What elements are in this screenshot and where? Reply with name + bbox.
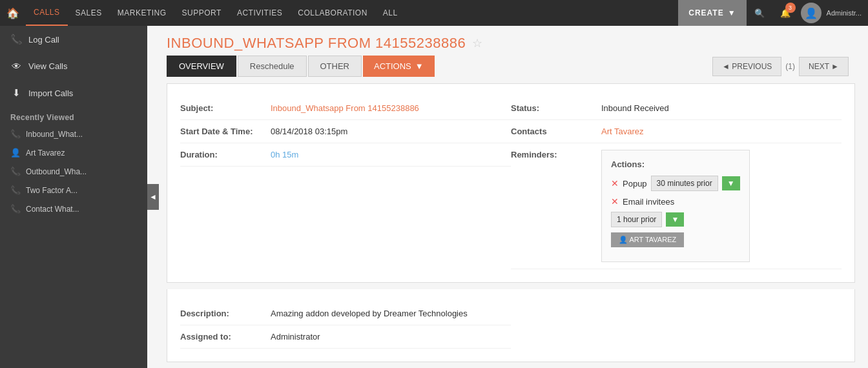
phone-icon: 📞 bbox=[10, 34, 22, 45]
top-navigation: 🏠 CALLS SALES MARKETING SUPPORT ACTIVITI… bbox=[0, 0, 868, 26]
nav-activities[interactable]: ACTIVITIES bbox=[229, 0, 290, 26]
recent-item-contact[interactable]: 📞 Contact What... ✏ bbox=[0, 199, 147, 218]
admin-label: Administr... bbox=[827, 9, 862, 17]
next-button[interactable]: NEXT ► bbox=[799, 57, 849, 76]
favorite-star-icon[interactable]: ☆ bbox=[472, 36, 482, 50]
contacts-label: Contacts bbox=[511, 127, 601, 136]
start-date-value: 08/14/2018 03:15pm bbox=[271, 127, 347, 136]
nav-all[interactable]: ALL bbox=[375, 0, 406, 26]
left-column: Subject: Inbound_Whatsapp From 141552388… bbox=[180, 97, 511, 269]
recently-viewed-header: Recently Viewed bbox=[0, 107, 147, 125]
notifications-button[interactable]: 🔔 3 bbox=[772, 0, 798, 26]
download-icon: ⬇ bbox=[10, 87, 22, 99]
detail-grid: Subject: Inbound_Whatsapp From 141552388… bbox=[180, 97, 842, 269]
navigation-controls: ◄ PREVIOUS (1) NEXT ► bbox=[712, 57, 849, 76]
reminders-label: Reminders: bbox=[511, 150, 601, 159]
user-avatar[interactable]: 👤 bbox=[798, 0, 824, 26]
phone-icon-recent4: 📞 bbox=[10, 204, 21, 214]
phone-icon-recent3: 📞 bbox=[10, 185, 21, 195]
sidebar-label-view-calls: View Calls bbox=[28, 61, 67, 71]
nav-calls[interactable]: CALLS bbox=[26, 0, 68, 26]
email-time-dropdown[interactable]: ▼ bbox=[666, 212, 684, 227]
recent-item-art[interactable]: 👤 Art Tavarez ✏ bbox=[0, 143, 147, 162]
avatar-row: 👤 ART TAVAREZ bbox=[611, 232, 740, 247]
phone-icon-recent: 📞 bbox=[10, 129, 21, 139]
popup-time-dropdown[interactable]: ▼ bbox=[722, 176, 740, 190]
description-value: Amazing addon developed by Dreamer Techn… bbox=[271, 309, 468, 318]
search-button[interactable]: 🔍 bbox=[747, 0, 772, 26]
tab-other[interactable]: OTHER bbox=[308, 56, 362, 77]
recent-label-inbound: Inbound_What... bbox=[26, 130, 83, 139]
art-tavarez-avatar-button[interactable]: 👤 ART TAVAREZ bbox=[611, 232, 684, 247]
description-panel: Description: Amazing addon developed by … bbox=[167, 289, 855, 362]
status-label: Status: bbox=[511, 103, 601, 113]
remove-popup-button[interactable]: ✕ bbox=[611, 178, 619, 189]
actions-dropdown-icon: ▼ bbox=[415, 61, 424, 71]
popup-time-selector[interactable]: 30 minutes prior bbox=[651, 176, 718, 191]
duration-value: 0h 15m bbox=[271, 150, 298, 159]
main-content: ◄ INBOUND_WHATSAPP FROM 14155238886 ☆ OV… bbox=[147, 26, 868, 368]
recent-label-art: Art Tavarez bbox=[26, 148, 65, 158]
tab-overview[interactable]: OVERVIEW bbox=[167, 56, 236, 77]
duration-label: Duration: bbox=[180, 150, 271, 159]
assigned-label: Assigned to: bbox=[180, 332, 271, 342]
recent-item-twofactor[interactable]: 📞 Two Factor A... ✏ bbox=[0, 181, 147, 199]
email-time-selector[interactable]: 1 hour prior bbox=[611, 212, 662, 227]
page-header: INBOUND_WHATSAPP FROM 14155238886 ☆ bbox=[147, 26, 868, 56]
contacts-row: Contacts Art Tavarez bbox=[511, 120, 842, 143]
user-icon-recent: 👤 bbox=[10, 148, 21, 158]
subject-label: Subject: bbox=[180, 103, 271, 113]
create-button[interactable]: CREATE ▼ bbox=[678, 0, 746, 26]
nav-sales[interactable]: SALES bbox=[68, 0, 110, 26]
recent-item-inbound[interactable]: 📞 Inbound_What... ✏ bbox=[0, 125, 147, 143]
sidebar-item-import-calls[interactable]: ⬇ Import Calls bbox=[0, 79, 147, 107]
reminder-popup-row: ✕ Popup 30 minutes prior ▼ bbox=[611, 176, 740, 191]
description-label: Description: bbox=[180, 309, 271, 318]
nav-collaboration[interactable]: COLLABORATION bbox=[290, 0, 375, 26]
right-column: Status: Inbound Received Contacts Art Ta… bbox=[511, 97, 842, 269]
tab-actions[interactable]: ACTIONS ▼ bbox=[363, 56, 435, 77]
notification-badge: 3 bbox=[785, 3, 796, 13]
duration-row: Duration: 0h 15m bbox=[180, 143, 511, 167]
start-date-label: Start Date & Time: bbox=[180, 127, 271, 136]
nav-support[interactable]: SUPPORT bbox=[174, 0, 229, 26]
page-title: INBOUND_WHATSAPP FROM 14155238886 bbox=[167, 35, 466, 52]
assigned-value: Administrator bbox=[271, 332, 320, 342]
reminder-email-time-row: 1 hour prior ▼ bbox=[611, 212, 740, 227]
sidebar: 📞 Log Call 👁 View Calls ⬇ Import Calls R… bbox=[0, 26, 147, 368]
home-icon[interactable]: 🏠 bbox=[6, 7, 19, 19]
phone-icon-recent2: 📞 bbox=[10, 167, 21, 176]
email-type-label: Email invitees bbox=[623, 197, 674, 207]
sidebar-collapse-button[interactable]: ◄ bbox=[147, 184, 159, 210]
nav-marketing[interactable]: MARKETING bbox=[110, 0, 174, 26]
sidebar-label-import-calls: Import Calls bbox=[28, 88, 73, 98]
sidebar-item-view-calls[interactable]: 👁 View Calls bbox=[0, 53, 147, 79]
start-date-row: Start Date & Time: 08/14/2018 03:15pm bbox=[180, 120, 511, 143]
previous-button[interactable]: ◄ PREVIOUS bbox=[712, 57, 781, 76]
sidebar-item-log-call[interactable]: 📞 Log Call bbox=[0, 26, 147, 53]
reminders-row: Reminders: Actions: ✕ Popup 30 minutes p… bbox=[511, 143, 842, 269]
main-layout: 📞 Log Call 👁 View Calls ⬇ Import Calls R… bbox=[0, 26, 868, 368]
description-row: Description: Amazing addon developed by … bbox=[180, 302, 511, 325]
subject-value: Inbound_Whatsapp From 14155238886 bbox=[271, 103, 419, 113]
reminders-box: Actions: ✕ Popup 30 minutes prior ▼ ✕ Em… bbox=[601, 150, 750, 262]
contacts-value[interactable]: Art Tavarez bbox=[601, 127, 644, 136]
recent-item-outbound[interactable]: 📞 Outbound_Wha... ✏ bbox=[0, 162, 147, 181]
tab-reschedule[interactable]: Reschedule bbox=[238, 56, 307, 77]
user-icon: 👤 bbox=[801, 3, 822, 23]
assigned-row: Assigned to: Administrator bbox=[180, 325, 511, 349]
reminder-email-row: ✕ Email invitees bbox=[611, 196, 740, 207]
status-row: Status: Inbound Received bbox=[511, 97, 842, 120]
eye-icon: 👁 bbox=[10, 61, 22, 72]
recent-label-outbound: Outbound_Wha... bbox=[26, 167, 87, 176]
nav-count: (1) bbox=[785, 62, 795, 71]
recent-label-twofactor: Two Factor A... bbox=[26, 186, 78, 195]
detail-panel: Subject: Inbound_Whatsapp From 141552388… bbox=[167, 83, 855, 283]
reminders-actions-title: Actions: bbox=[611, 159, 740, 169]
remove-email-button[interactable]: ✕ bbox=[611, 196, 619, 207]
tabs-bar: OVERVIEW Reschedule OTHER ACTIONS ▼ ◄ PR… bbox=[147, 56, 868, 77]
popup-type-label: Popup bbox=[623, 179, 647, 189]
create-dropdown-arrow: ▼ bbox=[728, 8, 736, 17]
recent-label-contact: Contact What... bbox=[26, 205, 79, 214]
sidebar-label-log-call: Log Call bbox=[28, 35, 59, 45]
